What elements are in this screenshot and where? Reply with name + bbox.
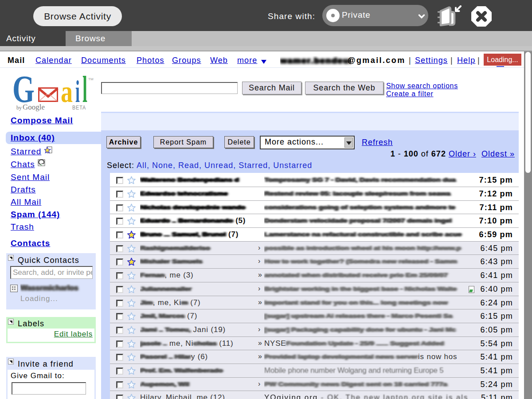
svg-text:BETA: BETA	[72, 105, 86, 111]
svg-text:Google: Google	[23, 103, 45, 111]
svg-text:i: i	[75, 74, 80, 109]
svg-text:by: by	[16, 105, 22, 111]
svg-text:a: a	[61, 74, 73, 109]
svg-text:TM: TM	[88, 77, 94, 81]
